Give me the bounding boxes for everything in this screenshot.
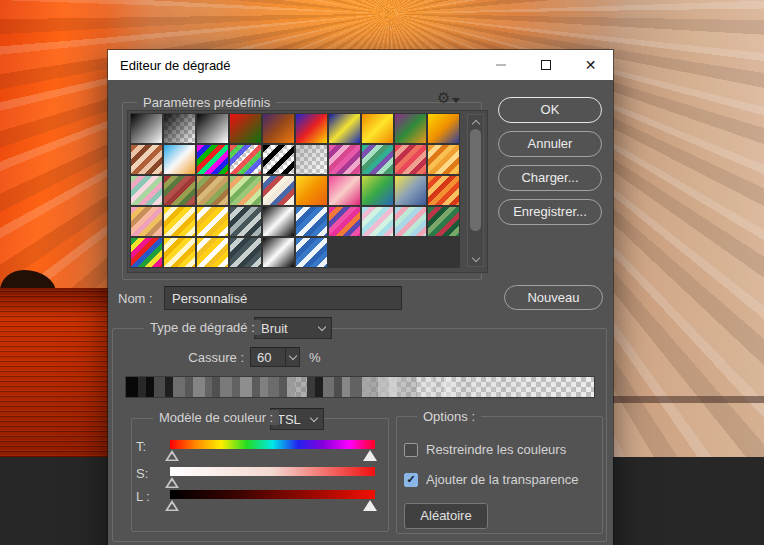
gradient-swatch[interactable] (329, 145, 360, 174)
hue-slider-bar[interactable] (170, 440, 375, 449)
gear-icon: ⚙ (437, 90, 450, 105)
chevron-down-icon (318, 322, 326, 330)
gradient-swatch[interactable] (263, 176, 294, 205)
new-button[interactable]: Nouveau (504, 285, 603, 310)
saturation-slider-bar[interactable] (170, 467, 375, 476)
gradient-swatch[interactable] (197, 114, 228, 143)
restrict-colors-checkbox-row[interactable]: Restreindre les couleurs (404, 442, 566, 457)
close-button[interactable]: ✕ (568, 50, 613, 80)
name-label: Nom : (118, 291, 153, 306)
preset-swatch-grid (130, 113, 460, 268)
ok-button[interactable]: OK (498, 97, 602, 123)
roughness-unit: % (309, 350, 321, 365)
gradient-swatch[interactable] (362, 176, 393, 205)
gradient-swatch[interactable] (131, 238, 162, 267)
name-input[interactable] (164, 286, 402, 310)
cancel-button[interactable]: Annuler (498, 131, 602, 157)
minimize-button[interactable] (478, 50, 523, 80)
gradient-swatch[interactable] (263, 238, 294, 267)
gradient-swatch[interactable] (197, 238, 228, 267)
add-transparency-checkbox-row[interactable]: ✓ Ajouter de la transparence (404, 472, 578, 487)
gradient-swatch[interactable] (230, 176, 261, 205)
scroll-down-button[interactable] (468, 253, 483, 266)
add-transparency-label: Ajouter de la transparence (426, 472, 578, 487)
gradient-swatch[interactable] (263, 145, 294, 174)
gradient-swatch[interactable] (164, 176, 195, 205)
gradient-swatch[interactable] (428, 145, 459, 174)
gradient-swatch[interactable] (230, 207, 261, 236)
restrict-colors-checkbox[interactable] (404, 443, 418, 457)
gradient-swatch[interactable] (131, 176, 162, 205)
options-group: Options : Restreindre les couleurs ✓ Ajo… (396, 416, 603, 534)
presets-scrollbar[interactable] (467, 114, 484, 267)
window-titlebar[interactable]: Editeur de dégradé ✕ (108, 50, 613, 80)
chevron-down-icon (310, 413, 318, 421)
gradient-swatch[interactable] (164, 238, 195, 267)
gradient-swatch[interactable] (329, 114, 360, 143)
gradient-swatch[interactable] (362, 114, 393, 143)
load-button[interactable]: Charger... (498, 165, 602, 191)
gradient-swatch[interactable] (428, 114, 459, 143)
gradient-swatch[interactable] (296, 238, 327, 267)
save-button[interactable]: Enregistrer... (498, 199, 602, 225)
presets-panel (127, 110, 488, 273)
gradient-swatch[interactable] (362, 207, 393, 236)
gradient-swatch[interactable] (197, 176, 228, 205)
gradient-editor-dialog: Editeur de dégradé ✕ Paramètres prédéfin… (108, 50, 613, 545)
gradient-swatch[interactable] (428, 176, 459, 205)
gradient-swatch[interactable] (362, 145, 393, 174)
hue-slider-handles (170, 449, 375, 462)
gradient-swatch[interactable] (395, 207, 426, 236)
gradient-swatch[interactable] (296, 176, 327, 205)
gradient-swatch[interactable] (164, 145, 195, 174)
gradient-swatch[interactable] (131, 145, 162, 174)
slider-handle-right[interactable] (363, 500, 377, 511)
gradient-swatch[interactable] (296, 114, 327, 143)
gradient-swatch[interactable] (296, 207, 327, 236)
color-model-value: TSL (277, 412, 301, 427)
gradient-swatch[interactable] (131, 207, 162, 236)
scrollbar-thumb[interactable] (470, 129, 481, 231)
gradient-swatch[interactable] (164, 207, 195, 236)
chevron-down-icon (471, 253, 479, 261)
gradient-swatch[interactable] (428, 207, 459, 236)
presets-group-label: Paramètres prédéfinis (137, 95, 276, 110)
gradient-swatch[interactable] (131, 114, 162, 143)
color-model-label: Modèle de couleur : (153, 410, 279, 425)
minimize-icon (496, 64, 506, 66)
gradient-swatch[interactable] (395, 176, 426, 205)
gradient-swatch[interactable] (197, 207, 228, 236)
slider-handle-left[interactable] (165, 450, 179, 461)
add-transparency-checkbox[interactable]: ✓ (404, 473, 418, 487)
gradient-swatch[interactable] (329, 207, 360, 236)
gradient-swatch[interactable] (296, 145, 327, 174)
gradient-swatch[interactable] (230, 238, 261, 267)
gradient-swatch[interactable] (395, 145, 426, 174)
maximize-icon (541, 60, 551, 70)
gradient-swatch[interactable] (263, 207, 294, 236)
gradient-swatch[interactable] (230, 114, 261, 143)
chevron-up-icon (471, 119, 479, 127)
gradient-swatch[interactable] (263, 114, 294, 143)
close-icon: ✕ (585, 58, 597, 72)
gradient-swatch[interactable] (230, 145, 261, 174)
roughness-input[interactable]: 60 (250, 347, 300, 367)
scroll-up-button[interactable] (468, 115, 483, 128)
randomize-button[interactable]: Aléatoire (404, 503, 488, 529)
lightness-slider-bar[interactable] (170, 490, 375, 499)
gradient-swatch[interactable] (197, 145, 228, 174)
roughness-label: Cassure : (186, 350, 244, 365)
lightness-slider-row: L : (136, 486, 386, 514)
gradient-swatch[interactable] (395, 114, 426, 143)
gradient-type-value: Bruit (261, 321, 288, 336)
lightness-slider-label: L : (136, 489, 150, 504)
gradient-type-dropdown[interactable]: Bruit (254, 317, 332, 339)
maximize-button[interactable] (523, 50, 568, 80)
gradient-swatch[interactable] (329, 176, 360, 205)
gradient-swatch[interactable] (164, 114, 195, 143)
options-group-label: Options : (417, 409, 481, 424)
slider-handle-right[interactable] (363, 450, 377, 461)
presets-menu-button[interactable]: ⚙ (437, 90, 460, 105)
slider-handle-left[interactable] (165, 500, 179, 511)
roughness-value: 60 (251, 350, 285, 365)
